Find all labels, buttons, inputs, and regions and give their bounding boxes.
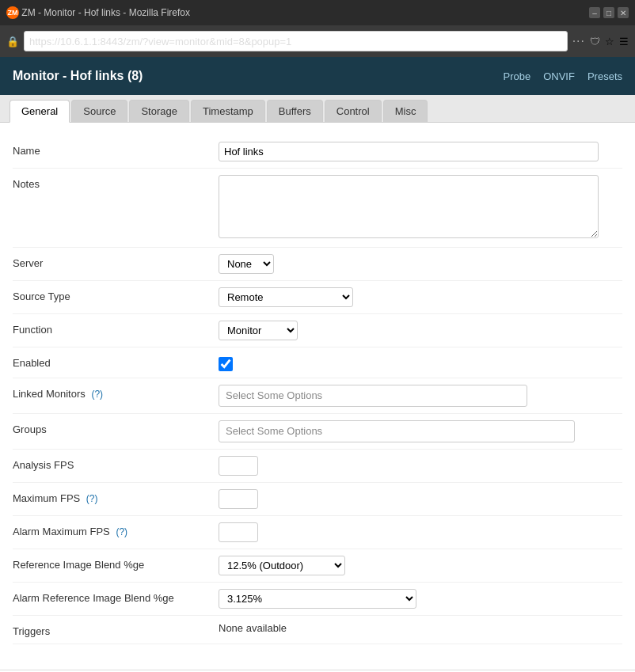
reference-blend-row: Reference Image Blend %ge 12.5% (Outdoor… (13, 549, 622, 583)
reference-blend-control: 12.5% (Outdoor) 6.25% 25% 50% (219, 556, 622, 575)
tab-general[interactable]: General (10, 100, 70, 123)
tab-buffers[interactable]: Buffers (267, 100, 323, 122)
window-controls[interactable]: – □ ✕ (589, 7, 629, 18)
groups-row: Groups Select Some Options (13, 414, 622, 450)
notes-control (219, 175, 622, 241)
linked-monitors-label: Linked Monitors (?) (13, 385, 219, 400)
enabled-row: Enabled (13, 347, 622, 378)
tabs-bar: General Source Storage Timestamp Buffers… (0, 95, 635, 123)
alarm-reference-blend-row: Alarm Reference Image Blend %ge 3.125% 6… (13, 583, 622, 616)
bookmark-icon[interactable]: ☆ (605, 36, 614, 47)
url-input[interactable] (24, 31, 568, 51)
maximum-fps-row: Maximum FPS (?) (13, 483, 622, 516)
server-label: Server (13, 254, 219, 269)
triggers-control: None available (219, 622, 622, 634)
notes-row: Notes (13, 169, 622, 248)
alarm-reference-blend-label: Alarm Reference Image Blend %ge (13, 589, 219, 604)
presets-link[interactable]: Presets (587, 70, 622, 82)
analysis-fps-input[interactable] (219, 456, 258, 476)
tab-misc[interactable]: Misc (383, 100, 428, 122)
triggers-value: None available (219, 619, 287, 634)
form-container: Name Notes Server None Source Type Remot… (0, 123, 635, 670)
address-bar: 🔒 ··· 🛡 ☆ ☰ (0, 25, 635, 57)
alarm-maximum-fps-input[interactable] (219, 522, 258, 542)
linked-monitors-control: Select Some Options (219, 385, 622, 407)
source-type-select[interactable]: Remote Local FFMPEG LibVLC cURL VNC (219, 287, 353, 307)
alarm-reference-blend-control: 3.125% 6.25% 12.5% 25% (219, 589, 622, 609)
alarm-maximum-fps-help[interactable]: (?) (116, 526, 127, 537)
alarm-reference-blend-select[interactable]: 3.125% 6.25% 12.5% 25% (219, 589, 416, 609)
probe-link[interactable]: Probe (503, 70, 530, 82)
analysis-fps-control (219, 456, 622, 476)
server-control: None (219, 254, 622, 274)
shield-icon: 🛡 (590, 36, 600, 47)
reference-blend-select[interactable]: 12.5% (Outdoor) 6.25% 25% 50% (219, 556, 345, 575)
triggers-label: Triggers (13, 622, 219, 637)
app-title: Monitor - Hof links (8) (13, 69, 143, 83)
maximum-fps-control (219, 489, 622, 509)
source-type-control: Remote Local FFMPEG LibVLC cURL VNC (219, 287, 622, 307)
lock-icon: 🔒 (6, 36, 19, 47)
notes-label: Notes (13, 175, 219, 190)
tab-control[interactable]: Control (325, 100, 382, 122)
minimize-button[interactable]: – (589, 7, 600, 18)
hamburger-icon[interactable]: ☰ (619, 36, 629, 47)
groups-label: Groups (13, 420, 219, 435)
tab-storage[interactable]: Storage (129, 100, 189, 122)
alarm-maximum-fps-label: Alarm Maximum FPS (?) (13, 522, 219, 537)
enabled-label: Enabled (13, 354, 219, 369)
tab-timestamp[interactable]: Timestamp (191, 100, 265, 122)
function-control: None Monitor Modect Record Mocord Nodect (219, 321, 622, 340)
analysis-fps-label: Analysis FPS (13, 456, 219, 471)
name-control (219, 142, 622, 161)
linked-monitors-multiselect[interactable]: Select Some Options (219, 385, 527, 407)
source-type-label: Source Type (13, 287, 219, 302)
browser-title: ZM - Monitor - Hof links - Mozilla Firef… (21, 7, 589, 18)
close-button[interactable]: ✕ (618, 7, 629, 18)
analysis-fps-row: Analysis FPS (13, 450, 622, 483)
server-row: Server None (13, 248, 622, 281)
maximum-fps-label: Maximum FPS (?) (13, 489, 219, 504)
maximum-fps-help[interactable]: (?) (86, 493, 98, 504)
function-label: Function (13, 321, 219, 336)
maximize-button[interactable]: □ (603, 7, 614, 18)
browser-favicon: ZM (6, 6, 19, 19)
server-select[interactable]: None (219, 254, 274, 274)
app-nav: Probe ONVIF Presets (503, 70, 622, 82)
source-type-row: Source Type Remote Local FFMPEG LibVLC c… (13, 281, 622, 314)
name-row: Name (13, 135, 622, 169)
name-input[interactable] (219, 142, 599, 161)
enabled-control (219, 354, 622, 371)
onvif-link[interactable]: ONVIF (543, 70, 575, 82)
name-label: Name (13, 142, 219, 157)
alarm-maximum-fps-control (219, 522, 622, 542)
linked-monitors-row: Linked Monitors (?) Select Some Options (13, 378, 622, 414)
tab-source[interactable]: Source (71, 100, 127, 122)
groups-control: Select Some Options (219, 420, 622, 442)
notes-textarea[interactable] (219, 175, 599, 238)
triggers-row: Triggers None available (13, 616, 622, 644)
alarm-maximum-fps-row: Alarm Maximum FPS (?) (13, 516, 622, 549)
app-header: Monitor - Hof links (8) Probe ONVIF Pres… (0, 57, 635, 95)
enabled-checkbox[interactable] (219, 357, 233, 371)
browser-title-bar: ZM ZM - Monitor - Hof links - Mozilla Fi… (0, 0, 635, 25)
maximum-fps-input[interactable] (219, 489, 258, 509)
function-row: Function None Monitor Modect Record Moco… (13, 314, 622, 347)
menu-dots-icon[interactable]: ··· (572, 34, 585, 48)
groups-multiselect[interactable]: Select Some Options (219, 420, 575, 442)
function-select[interactable]: None Monitor Modect Record Mocord Nodect (219, 321, 298, 340)
reference-blend-label: Reference Image Blend %ge (13, 556, 219, 571)
linked-monitors-help[interactable]: (?) (91, 389, 103, 400)
enabled-checkbox-wrapper (219, 354, 622, 371)
